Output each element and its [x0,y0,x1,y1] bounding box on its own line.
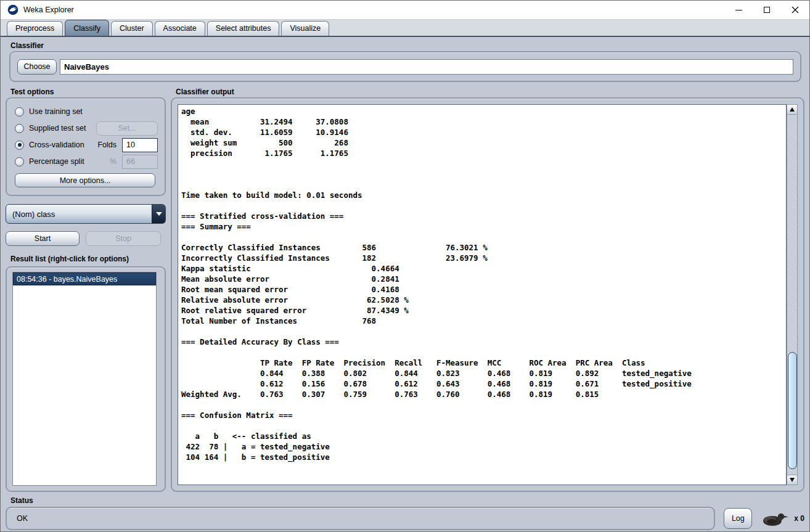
choose-button[interactable]: Choose [17,59,57,75]
radio-supplied-test-set[interactable] [15,124,24,133]
weka-logo-icon [7,4,18,15]
classifier-chooser-panel: Choose NaiveBayes [9,51,801,82]
test-options-panel: Use training set Supplied test set Set..… [6,97,166,196]
option-percentage-split[interactable]: Percentage split % 66 [15,154,158,169]
stop-button[interactable]: Stop [86,231,161,246]
tab-cluster[interactable]: Cluster [111,21,153,36]
scrollbar-thumb[interactable] [788,352,797,469]
folds-input[interactable]: 10 [122,138,158,152]
result-list-panel: 08:54:36 - bayes.NaiveBayes [6,266,166,492]
start-stop-row: Start Stop [6,231,166,246]
right-column: Classifier output age mean 31.2494 37.08… [171,86,804,492]
weka-explorer-window: Weka Explorer Preprocess Classify Cluste… [0,0,810,532]
classifier-section-label: Classifier [6,39,804,51]
classifier-output-label: Classifier output [171,86,804,97]
left-column: Test options Use training set Supplied t… [6,86,166,492]
radio-use-training-set[interactable] [15,107,24,117]
test-options-label: Test options [6,86,166,97]
option-use-training-set[interactable]: Use training set [15,104,158,119]
triangle-down-icon [790,478,795,482]
status-label: Status [6,494,804,506]
tab-classify[interactable]: Classify [65,20,109,36]
option-supplied-test-set[interactable]: Supplied test set Set... [15,121,158,136]
percent-label: % [110,157,117,166]
classify-panel: Classifier Choose NaiveBayes Test option… [1,37,809,530]
start-button[interactable]: Start [6,231,80,246]
classifier-output-text: age mean 31.2494 37.0808 std. dev. 11.60… [178,105,786,462]
log-button[interactable]: Log [724,508,752,529]
classifier-output-textarea[interactable]: age mean 31.2494 37.0808 std. dev. 11.60… [178,104,787,485]
tab-associate[interactable]: Associate [155,21,205,36]
title-bar: Weka Explorer [1,1,809,20]
class-attribute-dropdown[interactable]: (Nom) class [6,204,166,224]
class-attribute-value: (Nom) class [6,210,55,219]
window-title: Weka Explorer [23,6,74,14]
close-button[interactable] [781,1,809,19]
minimize-button[interactable] [724,1,753,19]
triangle-up-icon [790,107,795,112]
tab-select-attributes[interactable]: Select attributes [207,21,280,36]
tab-bar: Preprocess Classify Cluster Associate Se… [1,20,809,37]
window-controls [724,1,809,19]
output-vertical-scrollbar[interactable] [787,104,798,485]
chevron-down-icon[interactable] [152,205,165,223]
status-section: Status OK Log x 0 [6,494,804,530]
tab-visualize[interactable]: Visualize [281,21,329,36]
maximize-button[interactable] [753,1,781,19]
tab-preprocess[interactable]: Preprocess [7,21,63,36]
folds-label: Folds [97,141,117,149]
scroll-up-button[interactable] [787,105,797,115]
percentage-split-input[interactable]: 66 [122,155,158,169]
status-message: OK [7,514,28,523]
weka-bird-status: x 0 [759,510,804,527]
result-list-label: Result list (right-click for options) [6,253,166,264]
result-list-item[interactable]: 08:54:36 - bayes.NaiveBayes [13,272,156,285]
weka-bird-icon [759,510,790,527]
radio-cross-validation[interactable] [15,141,24,150]
classifier-output-panel: age mean 31.2494 37.0808 std. dev. 11.60… [171,97,804,492]
option-cross-validation[interactable]: Cross-validation Folds 10 [15,137,158,152]
result-listbox[interactable]: 08:54:36 - bayes.NaiveBayes [12,272,157,486]
scroll-down-button[interactable] [787,475,797,485]
bird-run-counter: x 0 [794,514,804,523]
set-button[interactable]: Set... [96,121,158,136]
classifier-name-field[interactable]: NaiveBayes [60,59,793,75]
status-panel: OK [6,507,715,530]
radio-percentage-split[interactable] [15,157,24,166]
more-options-button[interactable]: More options... [15,173,155,187]
